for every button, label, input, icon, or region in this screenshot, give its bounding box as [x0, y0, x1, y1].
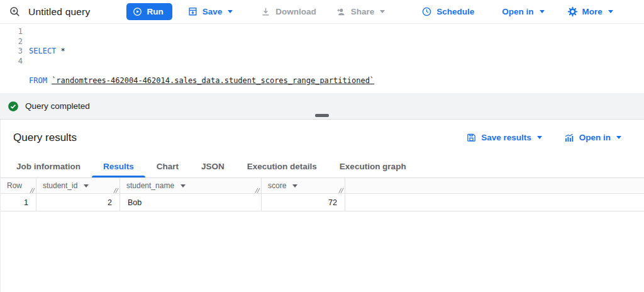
- column-header-score: score: [262, 178, 345, 193]
- floppy-save-icon: [466, 132, 477, 143]
- chevron-down-icon: [380, 10, 385, 13]
- column-header-filler: [345, 178, 644, 193]
- cell-row-number: 1: [1, 194, 36, 211]
- sql-keyword: SELECT: [29, 47, 56, 55]
- tab-label: Chart: [157, 162, 179, 171]
- tab-execution-details[interactable]: Execution details: [236, 155, 328, 177]
- results-empty-area: [1, 211, 644, 292]
- sql-line-2: FROM `randomtrees-462004-462014.sales_da…: [29, 76, 644, 86]
- query-toolbar: Untitled query Run Save: [0, 0, 644, 24]
- share-button[interactable]: Share: [335, 6, 386, 18]
- tab-execution-graph[interactable]: Execution graph: [328, 155, 418, 177]
- sql-keyword: FROM: [29, 76, 47, 85]
- column-label: student_name: [126, 181, 174, 190]
- bigquery-query-window: Untitled query Run Save: [0, 0, 644, 292]
- column-header-row: Row: [1, 178, 36, 193]
- chart-icon: [564, 132, 575, 143]
- sql-star: *: [61, 47, 65, 55]
- run-play-icon: [133, 7, 142, 16]
- column-label: score: [268, 181, 286, 190]
- person-add-icon: [335, 6, 347, 18]
- column-header-student-name: student_name: [120, 178, 262, 193]
- results-actions: Save results Open in: [466, 132, 621, 143]
- success-check-icon: [8, 101, 19, 112]
- more-label: More: [582, 7, 602, 16]
- tab-label: Results: [103, 162, 134, 171]
- line-number: 3: [0, 47, 23, 57]
- results-open-in-button[interactable]: Open in: [564, 132, 621, 143]
- sql-editor: 1 2 3 4 SELECT * FROM `randomtrees-46200…: [0, 24, 644, 93]
- column-resize-handle[interactable]: [30, 188, 35, 193]
- query-results-panel: Query results Save results: [0, 120, 644, 292]
- table-row[interactable]: 1 2 Bob 72: [1, 194, 644, 211]
- query-title: Untitled query: [28, 6, 90, 18]
- results-tabs: Job information Results Chart JSON Execu…: [1, 155, 644, 178]
- tab-label: Execution details: [247, 162, 317, 171]
- chevron-down-icon: [228, 10, 233, 13]
- cell-filler: [345, 194, 644, 211]
- sql-table-reference[interactable]: `randomtrees-462004-462014.sales_data.st…: [52, 76, 374, 85]
- column-resize-handle[interactable]: [255, 188, 260, 193]
- download-button[interactable]: Download: [260, 6, 316, 17]
- results-table: Row student_id student_name: [1, 178, 644, 292]
- column-menu-caret-icon[interactable]: [180, 184, 186, 188]
- tab-label: Execution graph: [340, 162, 406, 171]
- line-number: 2: [0, 37, 23, 47]
- run-label: Run: [147, 7, 163, 16]
- sql-code-area[interactable]: SELECT * FROM `randomtrees-462004-462014…: [29, 27, 644, 93]
- editor-line-numbers: 1 2 3 4: [0, 27, 29, 93]
- share-label: Share: [351, 7, 375, 16]
- sql-line-1: SELECT *: [29, 47, 644, 57]
- download-icon: [260, 6, 271, 17]
- cell-student-id: 2: [36, 194, 120, 211]
- column-header-student-id: student_id: [36, 178, 120, 193]
- column-resize-handle[interactable]: [338, 188, 344, 193]
- query-magnifier-icon: [9, 6, 21, 18]
- gear-icon: [567, 6, 578, 17]
- tab-results[interactable]: Results: [92, 155, 145, 177]
- column-label: student_id: [43, 181, 77, 190]
- open-in-label: Open in: [502, 7, 533, 16]
- chevron-down-icon: [537, 136, 542, 139]
- save-label: Save: [203, 7, 223, 16]
- cell-student-name: Bob: [120, 194, 262, 211]
- schedule-label: Schedule: [436, 7, 474, 16]
- schedule-button[interactable]: Schedule: [421, 6, 474, 17]
- query-status-bar: Query completed: [0, 93, 644, 120]
- column-label: Row: [7, 181, 22, 190]
- save-icon: [187, 6, 198, 17]
- chevron-down-icon: [540, 10, 545, 13]
- status-message: Query completed: [25, 101, 90, 111]
- save-button[interactable]: Save: [187, 6, 233, 17]
- chevron-down-icon: [616, 136, 621, 139]
- panel-resize-handle[interactable]: [315, 114, 329, 117]
- run-button[interactable]: Run: [126, 3, 172, 20]
- column-menu-caret-icon[interactable]: [292, 184, 297, 188]
- download-label: Download: [275, 7, 316, 16]
- open-in-button[interactable]: Open in: [502, 7, 544, 16]
- clock-icon: [421, 6, 432, 17]
- more-button[interactable]: More: [567, 6, 613, 17]
- chevron-down-icon: [608, 10, 613, 13]
- results-open-in-label: Open in: [579, 133, 611, 142]
- results-table-header: Row student_id student_name: [1, 178, 644, 194]
- save-results-button[interactable]: Save results: [466, 132, 542, 143]
- save-results-label: Save results: [481, 133, 531, 142]
- column-menu-caret-icon[interactable]: [84, 184, 89, 188]
- tab-label: Job information: [16, 162, 80, 171]
- tab-json[interactable]: JSON: [190, 155, 236, 177]
- column-resize-handle[interactable]: [113, 188, 119, 193]
- line-number: 1: [0, 27, 23, 37]
- tab-chart[interactable]: Chart: [145, 155, 190, 177]
- line-number: 4: [0, 57, 23, 67]
- results-title: Query results: [13, 132, 77, 144]
- tab-job-information[interactable]: Job information: [5, 155, 92, 177]
- tab-label: JSON: [201, 162, 225, 171]
- cell-score: 72: [262, 194, 345, 211]
- results-header: Query results Save results: [1, 120, 644, 155]
